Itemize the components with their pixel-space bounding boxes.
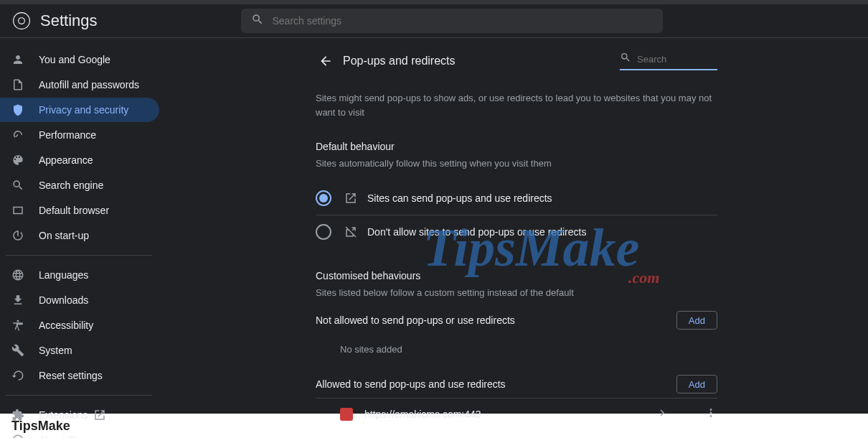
- chevron-right-icon[interactable]: [656, 406, 669, 422]
- add-not-allowed-button[interactable]: Add: [676, 311, 717, 330]
- search-icon: [251, 13, 264, 29]
- radio-allow-popups[interactable]: Sites can send pop-ups and use redirects: [316, 182, 717, 215]
- radio-block-popups[interactable]: Don't allow sites to send pop-ups or use…: [316, 215, 717, 248]
- nav-label: On start-up: [39, 230, 89, 241]
- section-default-behaviour: Default behaviour: [316, 141, 717, 152]
- not-allowed-empty: No sites added: [316, 330, 717, 362]
- nav-performance[interactable]: Performance: [0, 123, 159, 147]
- nav-label: Reset settings: [39, 370, 103, 381]
- nav-label: Autofill and passwords: [39, 79, 139, 90]
- nav-label: Languages: [39, 269, 88, 281]
- nav-on-startup[interactable]: On start-up: [0, 223, 159, 248]
- search-icon: [620, 52, 631, 66]
- section-default-sub: Sites automatically follow this setting …: [316, 158, 717, 169]
- chrome-icon: [11, 11, 32, 31]
- nav-you-and-google[interactable]: You and Google: [0, 47, 159, 72]
- more-vert-icon[interactable]: [704, 406, 717, 422]
- page-title: Pop-ups and redirects: [343, 55, 456, 67]
- settings-nav: You and Google Autofill and passwords Pr…: [0, 38, 165, 414]
- add-allowed-button[interactable]: Add: [676, 375, 717, 393]
- site-url: https://emakicms.com:443: [364, 409, 481, 420]
- nav-label: About Chrome: [39, 434, 103, 438]
- nav-label: Privacy and security: [39, 104, 128, 116]
- nav-default-browser[interactable]: Default browser: [0, 198, 159, 223]
- svg-point-4: [13, 435, 23, 438]
- nav-label: Search engine: [39, 180, 103, 191]
- open-in-new-icon: [344, 192, 357, 205]
- nav-label: Performance: [39, 129, 96, 141]
- open-in-new-off-icon: [344, 225, 357, 238]
- nav-label: Downloads: [39, 294, 88, 306]
- nav-search-engine[interactable]: Search engine: [0, 173, 159, 197]
- radio-icon: [316, 224, 331, 240]
- nav-divider: [6, 255, 152, 256]
- nav-label: Appearance: [39, 154, 93, 166]
- nav-downloads[interactable]: Downloads: [0, 288, 159, 312]
- nav-label: System: [39, 345, 72, 356]
- svg-point-3: [19, 18, 24, 24]
- nav-divider: [6, 395, 152, 396]
- site-favicon: [340, 408, 353, 421]
- nav-label: Accessibility: [39, 320, 93, 331]
- nav-system[interactable]: System: [0, 338, 159, 363]
- nav-privacy-security[interactable]: Privacy and security: [0, 98, 159, 122]
- section-customised: Customised behaviours: [316, 270, 717, 281]
- global-search-input[interactable]: [271, 14, 653, 27]
- nav-autofill[interactable]: Autofill and passwords: [0, 73, 159, 97]
- allowed-site-row[interactable]: https://emakicms.com:443: [316, 398, 717, 430]
- radio-icon: [316, 190, 331, 206]
- external-link-icon: [93, 409, 106, 421]
- in-page-search-input[interactable]: [636, 53, 717, 65]
- nav-languages[interactable]: Languages: [0, 263, 159, 287]
- page-description: Sites might send pop-ups to show ads, or…: [316, 91, 717, 119]
- not-allowed-label: Not allowed to send pop-ups or use redir…: [316, 314, 515, 326]
- app-title: Settings: [40, 11, 98, 30]
- in-page-search[interactable]: [620, 52, 717, 70]
- global-search[interactable]: [241, 9, 663, 33]
- nav-label: Default browser: [39, 205, 109, 216]
- back-button[interactable]: [316, 51, 336, 71]
- nav-label: You and Google: [39, 54, 110, 65]
- section-customised-sub: Sites listed below follow a custom setti…: [316, 287, 717, 298]
- nav-reset[interactable]: Reset settings: [0, 363, 159, 388]
- radio-label: Sites can send pop-ups and use redirects: [367, 192, 552, 204]
- radio-label: Don't allow sites to send pop-ups or use…: [367, 226, 586, 238]
- nav-accessibility[interactable]: Accessibility: [0, 313, 159, 337]
- allowed-label: Allowed to send pop-ups and use redirect…: [316, 378, 506, 390]
- topbar: Settings: [0, 4, 868, 38]
- nav-appearance[interactable]: Appearance: [0, 148, 159, 172]
